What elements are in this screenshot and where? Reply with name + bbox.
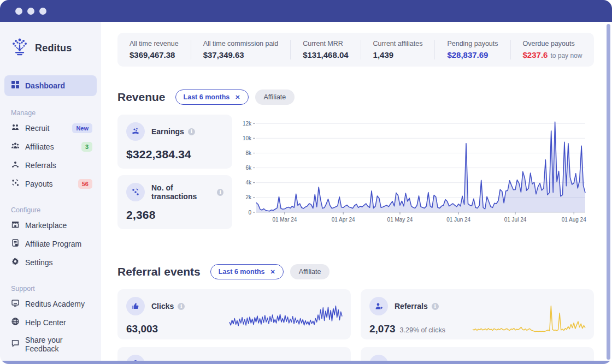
stat-label: Current MRR <box>303 40 348 47</box>
sidebar-item-affiliates[interactable]: Affiliates 3 <box>0 138 101 156</box>
clicks-value: 63,003 <box>126 323 158 335</box>
remove-filter-icon[interactable]: ✕ <box>270 268 275 276</box>
info-icon[interactable]: i <box>432 303 439 310</box>
referrals-subtext: 3.29% of clicks <box>400 326 445 334</box>
sidebar-item-help-center[interactable]: Help Center <box>0 313 101 332</box>
stat-all-time-commission: All time commission paid $37,349.63 <box>203 40 291 59</box>
referrals-value: 2,073 <box>369 323 396 335</box>
sidebar-section-manage: Manage <box>11 109 101 117</box>
info-icon[interactable]: i <box>217 189 223 196</box>
window-titlebar <box>0 0 612 22</box>
earnings-card: Earnings i $322,384.34 <box>117 115 232 169</box>
stat-label: All time revenue <box>130 40 179 47</box>
app-window: Reditus Dashboard Manage <box>0 0 612 364</box>
transactions-icon <box>126 183 145 201</box>
referral-events-title: Referral events <box>117 265 201 278</box>
dashboard-grid-icon <box>11 80 20 91</box>
stat-value: $37,349.63 <box>203 50 279 59</box>
sidebar-section-support: Support <box>11 285 101 293</box>
svg-text:01 Apr 24: 01 Apr 24 <box>332 217 355 223</box>
sidebar-section-configure: Configure <box>11 206 101 214</box>
svg-text:4k: 4k <box>245 180 252 186</box>
revenue-section-header: Revenue Last 6 months ✕ Affiliate <box>117 89 594 105</box>
svg-text:8k: 8k <box>245 150 252 156</box>
sidebar-item-affiliate-program[interactable]: Affiliate Program <box>0 235 101 253</box>
scrollbar[interactable] <box>607 24 610 360</box>
affiliates-count-badge: 3 <box>81 142 92 152</box>
window-bottom-edge <box>0 361 612 364</box>
feedback-chat-icon <box>11 339 20 350</box>
sidebar-item-label: Referrals <box>25 161 95 170</box>
referral-affiliate-chip[interactable]: Affiliate <box>290 264 330 279</box>
sidebar-item-dashboard[interactable]: Dashboard <box>4 75 97 96</box>
transactions-label: No. of transactions <box>151 183 213 201</box>
sidebar-item-settings[interactable]: Settings <box>0 253 101 272</box>
stat-label: Pending payouts <box>447 40 498 47</box>
clicks-label: Clicks <box>151 302 174 311</box>
remove-filter-icon[interactable]: ✕ <box>235 94 240 101</box>
stat-value: 1,439 <box>373 50 423 59</box>
sidebar-item-label: Marketplace <box>25 221 95 230</box>
sidebar-item-label: Recruit <box>25 124 72 133</box>
sidebar-item-referrals[interactable]: Referrals <box>0 156 101 175</box>
affiliate-program-document-icon <box>11 238 20 249</box>
stat-value: $28,837.69 <box>447 50 498 59</box>
svg-text:01 Jul 24: 01 Jul 24 <box>504 217 527 223</box>
sidebar-item-share-feedback[interactable]: Share your Feedback <box>0 332 101 357</box>
recruit-people-icon <box>11 123 20 134</box>
window-dot[interactable] <box>39 8 46 15</box>
earnings-label: Earnings <box>151 127 184 136</box>
sidebar-item-label: Help Center <box>25 318 95 327</box>
svg-text:01 Aug 24: 01 Aug 24 <box>562 217 586 223</box>
stats-bar: All time revenue $369,467.38 All time co… <box>117 33 594 67</box>
stat-pending-payouts: Pending payouts $28,837.69 <box>447 40 510 59</box>
marketplace-storefront-icon <box>11 220 20 231</box>
revenue-affiliate-chip[interactable]: Affiliate <box>255 89 295 105</box>
info-icon[interactable]: i <box>178 303 185 310</box>
referrals-label: Referrals <box>395 302 428 311</box>
logo-text: Reditus <box>35 43 72 54</box>
earnings-value: $322,384.34 <box>126 148 223 161</box>
revenue-title: Revenue <box>117 91 166 104</box>
reditus-tree-logo-icon <box>10 36 30 60</box>
sidebar-item-label: Payouts <box>25 180 78 188</box>
referrals-person-add-icon <box>369 297 388 315</box>
svg-text:0: 0 <box>248 210 251 216</box>
referral-filter-chip[interactable]: Last 6 months ✕ <box>210 264 284 279</box>
svg-text:10k: 10k <box>243 135 252 141</box>
clicks-card: Clicks i 63,003 <box>117 289 351 339</box>
academy-screen-icon <box>11 299 20 309</box>
referral-section-header: Referral events Last 6 months ✕ Affiliat… <box>117 264 594 279</box>
window-dot[interactable] <box>15 8 22 15</box>
svg-text:01 Mar 24: 01 Mar 24 <box>272 217 297 223</box>
stat-value: $131,468.04 <box>303 50 348 59</box>
svg-text:6k: 6k <box>245 165 252 171</box>
revenue-line-chart[interactable]: 02k4k6k8k10k12k01 Mar 2401 Apr 2401 May … <box>240 115 589 226</box>
sidebar-item-recruit[interactable]: Recruit New <box>0 119 101 138</box>
sidebar-item-payouts[interactable]: Payouts 56 <box>0 175 101 193</box>
svg-text:01 May 24: 01 May 24 <box>387 217 413 223</box>
stat-label: Overdue payouts <box>523 40 582 47</box>
stat-suffix: to pay now <box>550 52 582 59</box>
referrals-network-icon <box>11 160 20 171</box>
stat-current-affiliates: Current affiliates 1,439 <box>373 40 436 59</box>
sidebar-item-marketplace[interactable]: Marketplace <box>0 216 101 235</box>
revenue-chart: 02k4k6k8k10k12k01 Mar 2401 Apr 2401 May … <box>232 115 594 229</box>
sidebar-item-label: Settings <box>25 258 95 267</box>
revenue-filter-chip[interactable]: Last 6 months ✕ <box>175 89 249 105</box>
referrals-sparkline <box>472 300 586 335</box>
sidebar-item-label: Reditus Academy <box>25 300 95 308</box>
clicks-sparkline <box>228 300 343 335</box>
sidebar-item-label: Share your Feedback <box>25 336 95 353</box>
stat-current-mrr: Current MRR $131,468.04 <box>303 40 361 59</box>
stat-value: $369,467.38 <box>130 50 179 59</box>
sidebar-item-label: Affiliate Program <box>25 240 95 248</box>
sidebar-item-reditus-academy[interactable]: Reditus Academy <box>0 295 101 313</box>
payouts-coins-icon <box>11 178 20 189</box>
window-dot[interactable] <box>27 8 34 15</box>
earnings-icon <box>126 122 145 141</box>
logo[interactable]: Reditus <box>0 32 101 63</box>
info-icon[interactable]: i <box>188 128 195 135</box>
stat-all-time-revenue: All time revenue $369,467.38 <box>130 40 191 59</box>
svg-text:12k: 12k <box>243 121 252 127</box>
